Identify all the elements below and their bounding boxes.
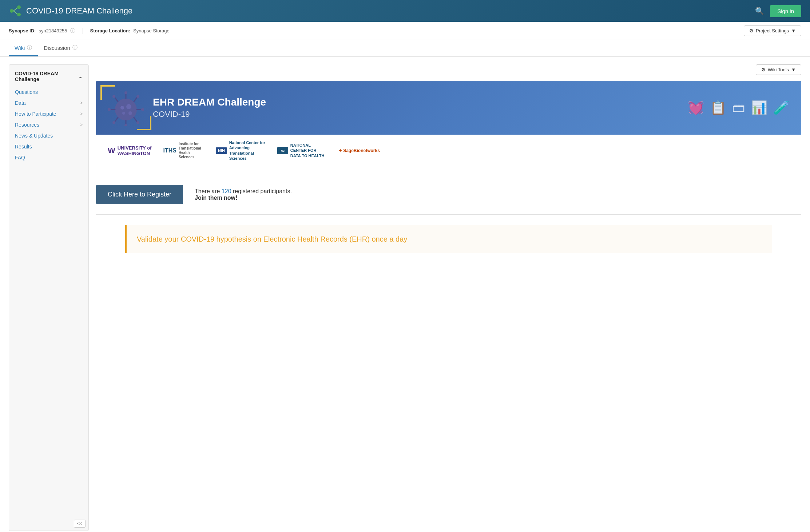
header-left: COVID-19 DREAM Challenge: [9, 4, 132, 17]
synapse-id-value: syn21849255: [39, 28, 67, 33]
main-content: ⚙ Wiki Tools ▼: [96, 64, 801, 531]
register-section: Click Here to Register There are 120 reg…: [96, 175, 801, 215]
clipboard-icon: 📋: [710, 100, 726, 115]
app-logo: [9, 4, 22, 17]
chart-icon: 📊: [751, 100, 767, 115]
svg-point-15: [124, 124, 127, 126]
sidebar-item-results[interactable]: Results: [9, 141, 88, 152]
svg-point-22: [120, 106, 124, 110]
register-info: There are 120 registered participants. J…: [195, 188, 292, 201]
divider: [83, 28, 83, 34]
project-settings-button[interactable]: ⚙ Project Settings ▼: [744, 25, 801, 36]
sidebar-item-news-updates[interactable]: News & Updates: [9, 130, 88, 141]
sidebar-item-label: Resources: [15, 122, 39, 128]
svg-text:NC: NC: [281, 150, 285, 152]
app-title: COVID-19 DREAM Challenge: [26, 6, 132, 16]
logo-iths: ITHS Institute for Translational Health …: [163, 142, 204, 159]
iths-text: ITHS: [163, 147, 176, 154]
chevron-right-icon: >: [80, 122, 83, 127]
svg-point-1: [17, 5, 21, 9]
subheader-info: Synapse ID: syn21849255 ⓘ Storage Locati…: [9, 28, 170, 34]
ncats-text: National Center for Advancing Translatio…: [229, 140, 266, 161]
sidebar-item-label: FAQ: [15, 155, 25, 160]
tab-discussion[interactable]: Discussion ⓘ: [38, 40, 83, 56]
svg-point-24: [122, 112, 125, 115]
ncdh-logo-icon: NC: [277, 147, 288, 154]
sidebar-item-label: Results: [15, 144, 32, 150]
register-count: 120: [222, 188, 231, 194]
wiki-tools-label: Wiki Tools: [768, 67, 789, 72]
discussion-help-icon[interactable]: ⓘ: [72, 44, 78, 51]
banner-title: EHR DREAM Challenge: [153, 96, 266, 108]
svg-point-2: [17, 13, 21, 16]
gear-icon: ⚙: [749, 28, 754, 33]
register-text-suffix: registered participants.: [231, 188, 292, 194]
content-toolbar: ⚙ Wiki Tools ▼: [96, 64, 801, 75]
heart-monitor-icon: 💓: [688, 100, 704, 115]
synapse-help-icon[interactable]: ⓘ: [70, 28, 75, 34]
chevron-right-icon: >: [80, 100, 83, 106]
register-join-text: Join them now!: [195, 195, 237, 201]
sidebar-item-questions[interactable]: Questions: [9, 87, 88, 98]
register-button[interactable]: Click Here to Register: [96, 185, 183, 204]
search-button[interactable]: 🔍: [755, 7, 764, 15]
uw-text: UNIVERSITY ofWASHINGTON: [118, 145, 152, 156]
sidebar-item-label: How to Participate: [15, 111, 56, 117]
logo-ncdh: NC NATIONAL CENTER FOR DATA TO HEALTH: [277, 143, 327, 158]
storage-label: Storage Location:: [90, 28, 131, 33]
chevron-right-icon: >: [80, 111, 83, 116]
sidebar-title-text: COVID-19 DREAM Challenge: [15, 71, 78, 82]
chevron-down-icon: ▼: [791, 28, 796, 33]
wiki-tools-button[interactable]: ⚙ Wiki Tools ▼: [756, 64, 801, 75]
project-settings-label: Project Settings: [756, 28, 789, 33]
logo-uw: W UNIVERSITY ofWASHINGTON: [108, 145, 151, 156]
ncdh-text: NATIONAL CENTER FOR DATA TO HEALTH: [290, 143, 327, 158]
subheader: Synapse ID: syn21849255 ⓘ Storage Locati…: [0, 22, 810, 40]
tab-wiki[interactable]: Wiki ⓘ: [9, 40, 38, 56]
banner-decorative-icons: 💓 📋 🗃 📊 🧪: [688, 100, 790, 115]
svg-point-7: [124, 91, 127, 94]
sage-text: ✦ SageBionetworks: [338, 148, 380, 153]
tab-bar: Wiki ⓘ Discussion ⓘ: [0, 40, 810, 57]
register-text-prefix: There are: [195, 188, 222, 194]
storage-value: Synapse Storage: [133, 28, 170, 33]
wiki-help-icon[interactable]: ⓘ: [27, 44, 32, 51]
sidebar-item-data[interactable]: Data >: [9, 98, 88, 108]
bracket-bottom-right: [137, 116, 151, 130]
svg-point-9: [136, 95, 139, 98]
challenge-banner: EHR DREAM Challenge COVID-19 💓 📋 🗃 📊 🧪 W…: [96, 81, 801, 166]
banner-text: EHR DREAM Challenge COVID-19: [153, 96, 266, 119]
sidebar: COVID-19 DREAM Challenge ⌄ Questions Dat…: [9, 64, 89, 531]
signin-button[interactable]: Sign in: [770, 5, 801, 17]
logo-sage: ✦ SageBionetworks: [338, 148, 380, 153]
sidebar-item-how-to-participate[interactable]: How to Participate >: [9, 108, 88, 119]
sidebar-collapse-button[interactable]: <<: [74, 520, 86, 528]
gear-icon: ⚙: [761, 67, 766, 72]
sidebar-item-label: Questions: [15, 89, 38, 95]
svg-line-3: [13, 8, 17, 11]
highlight-text: Validate your COVID-19 hypothesis on Ele…: [137, 234, 762, 245]
logo-nih: NIH National Center for Advancing Transl…: [216, 140, 266, 161]
test-tube-icon: 🧪: [773, 100, 790, 115]
sidebar-item-resources[interactable]: Resources >: [9, 119, 88, 130]
tab-discussion-label: Discussion: [44, 45, 70, 51]
header-right: 🔍 Sign in: [755, 5, 801, 17]
chevron-down-icon: ⌄: [78, 74, 83, 79]
svg-line-4: [13, 11, 17, 14]
tab-wiki-label: Wiki: [15, 45, 25, 51]
svg-point-17: [112, 121, 115, 124]
sidebar-item-label: News & Updates: [15, 133, 53, 139]
svg-point-0: [10, 9, 13, 13]
svg-point-25: [128, 111, 132, 115]
database-icon: 🗃: [732, 100, 745, 115]
sidebar-title[interactable]: COVID-19 DREAM Challenge ⌄: [9, 71, 88, 87]
highlight-box: Validate your COVID-19 hypothesis on Ele…: [125, 225, 772, 253]
sidebar-item-faq[interactable]: FAQ: [9, 152, 88, 163]
svg-point-19: [108, 108, 111, 111]
banner-subtitle: COVID-19: [153, 110, 266, 119]
chevron-down-icon: ▼: [791, 67, 796, 72]
svg-point-11: [141, 108, 144, 111]
sidebar-item-label: Data: [15, 100, 26, 106]
main-layout: COVID-19 DREAM Challenge ⌄ Questions Dat…: [0, 57, 810, 532]
search-icon: 🔍: [755, 7, 764, 15]
